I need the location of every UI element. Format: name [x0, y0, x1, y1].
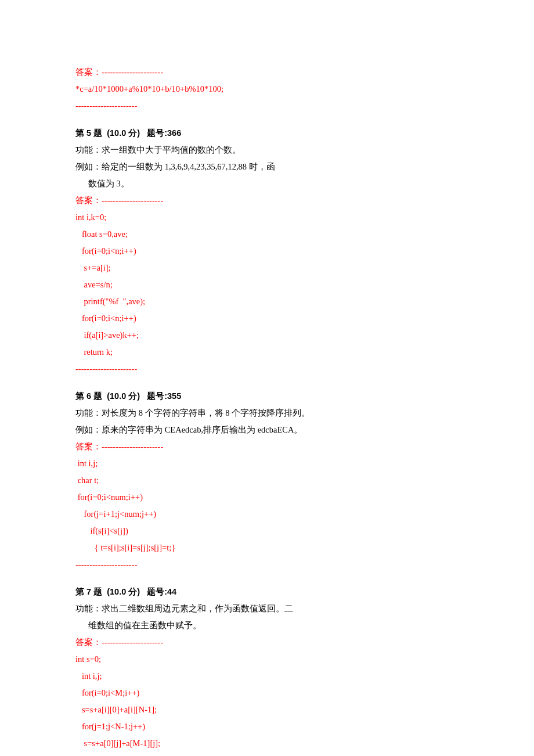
answer-code: for(i=0;i<n;i++) [75, 310, 459, 327]
answer-code: for(i=0;i<num;i++) [75, 489, 459, 506]
answer-code: *c=a/10*1000+a%10*10+b/10+b%10*100; [75, 81, 459, 98]
answer-code: int i,j; [75, 455, 459, 472]
answer-code: if(a[i]>ave)k++; [75, 327, 459, 344]
question-desc: 例如：给定的一组数为 1,3,6,9,4,23,35,67,12,88 时，函 [75, 159, 459, 175]
answer-code: s=s+a[i][0]+a[i][N-1]; [75, 701, 459, 718]
answer-code: printf("%f ",ave); [75, 293, 459, 310]
answer-code: return k; [75, 344, 459, 361]
question-header: 第 5 题 (10.0 分) 题号:366 [75, 125, 459, 142]
answer-label: 答案：---------------------- [75, 192, 459, 209]
page-container: 答案：---------------------- *c=a/10*1000+a… [0, 0, 534, 756]
answer-code: return s; [75, 752, 459, 756]
answer-code: for(j=1;j<N-1;j++) [75, 718, 459, 735]
question-desc: 功能：对长度为 8 个字符的字符串，将 8 个字符按降序排列。 [75, 405, 459, 422]
answer-code: for(i=0;i<M;i++) [75, 685, 459, 701]
answer-code: int s=0; [75, 651, 459, 668]
separator: ---------------------- [75, 98, 459, 114]
answer-code: { t=s[i];s[i]=s[j];s[j]=t;} [75, 539, 459, 556]
separator: ---------------------- [75, 556, 459, 573]
answer-code: int i,k=0; [75, 209, 459, 226]
answer-code: char t; [75, 472, 459, 489]
question-desc: 例如：原来的字符串为 CEAedcab,排序后输出为 edcbaECA。 [75, 422, 459, 438]
answer-label: 答案：---------------------- [75, 64, 459, 81]
answer-code: if(s[i]<s[j]) [75, 523, 459, 539]
answer-code: float s=0,ave; [75, 226, 459, 243]
question-header: 第 6 题 (10.0 分) 题号:355 [75, 388, 459, 405]
answer-label: 答案：---------------------- [75, 634, 459, 651]
answer-code: int i,j; [75, 668, 459, 685]
spacer [75, 114, 459, 125]
question-desc: 维数组的值在主函数中赋予。 [75, 617, 459, 634]
question-desc: 功能：求出二维数组周边元素之和，作为函数值返回。二 [75, 600, 459, 617]
answer-code: ave=s/n; [75, 276, 459, 293]
answer-code: for(i=0;i<n;i++) [75, 243, 459, 260]
spacer [75, 377, 459, 388]
spacer [75, 573, 459, 584]
answer-code: s=s+a[0][j]+a[M-1][j]; [75, 735, 459, 752]
answer-code: for(j=i+1;j<num;j++) [75, 506, 459, 523]
question-header: 第 7 题 (10.0 分) 题号:44 [75, 584, 459, 600]
answer-code: s+=a[i]; [75, 260, 459, 276]
question-desc: 功能：求一组数中大于平均值的数的个数。 [75, 142, 459, 159]
question-desc: 数值为 3。 [75, 175, 459, 192]
separator: ---------------------- [75, 361, 459, 377]
answer-label: 答案：---------------------- [75, 438, 459, 455]
